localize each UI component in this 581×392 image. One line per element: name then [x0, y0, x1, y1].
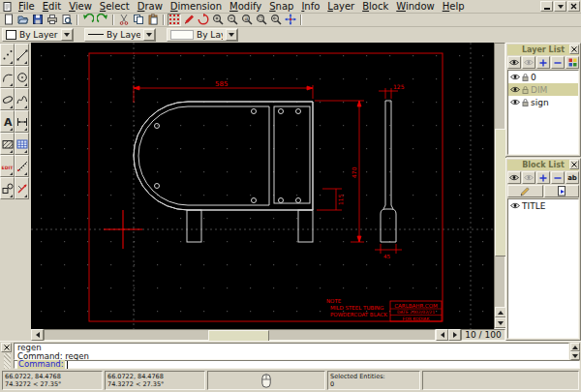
close-button[interactable]: [567, 1, 580, 12]
scroll-left-button[interactable]: [31, 329, 44, 341]
create-block-button[interactable]: [544, 185, 580, 197]
menu-draw[interactable]: Draw: [134, 1, 167, 13]
copy-button[interactable]: [132, 14, 145, 26]
show-all-blocks-button[interactable]: [507, 171, 521, 184]
layer-list-title: Layer List: [522, 45, 565, 54]
menu-block[interactable]: Block: [358, 1, 392, 13]
paste-button[interactable]: [146, 14, 160, 26]
ellipses-tool-button[interactable]: [0, 88, 15, 110]
layer-list-panel: Layer List 0: [505, 43, 581, 157]
save-button[interactable]: [31, 14, 45, 26]
cut-button[interactable]: [117, 14, 131, 26]
edit-block-button[interactable]: [507, 185, 543, 197]
remove-layer-button[interactable]: [551, 56, 565, 69]
menu-info[interactable]: Info: [297, 1, 323, 13]
scroll-right-button[interactable]: [448, 329, 461, 341]
layer-row-0[interactable]: 0: [508, 71, 578, 83]
linetype-combobox-arrow[interactable]: [143, 29, 155, 41]
lines-tool-button[interactable]: [15, 44, 29, 66]
block-list-close-button[interactable]: [569, 160, 579, 169]
linewidth-combobox-arrow[interactable]: [226, 29, 237, 41]
hide-all-layers-button[interactable]: [522, 56, 535, 69]
draw-button[interactable]: [182, 14, 196, 26]
window-controls: [540, 1, 581, 12]
print-preview-button[interactable]: [60, 14, 74, 26]
color-combobox-arrow[interactable]: [61, 29, 73, 41]
previous-view-button[interactable]: [269, 14, 283, 26]
block-row-title[interactable]: TITLE: [508, 199, 578, 212]
points-tool-button[interactable]: [0, 44, 15, 66]
selected-entities-value: 0: [330, 380, 417, 388]
eye-icon[interactable]: [510, 86, 520, 93]
layer-list-close-button[interactable]: [569, 45, 579, 54]
new-file-button[interactable]: [2, 14, 15, 26]
hide-all-blocks-button[interactable]: [522, 171, 535, 184]
add-layer-button[interactable]: [536, 56, 550, 69]
redo-button[interactable]: [96, 14, 109, 26]
layer-row-dim[interactable]: DIM: [508, 83, 578, 96]
rename-block-button[interactable]: ab: [566, 171, 579, 184]
redraw-button[interactable]: [197, 14, 210, 26]
linewidth-combobox[interactable]: By Layer: [167, 28, 238, 42]
show-all-layers-button[interactable]: [507, 56, 521, 69]
menu-layer[interactable]: Layer: [323, 1, 358, 13]
splines-tool-button[interactable]: [15, 88, 29, 110]
menu-select[interactable]: Select: [96, 1, 134, 13]
menu-window[interactable]: Window: [392, 1, 438, 13]
layer-row-sign[interactable]: sign: [508, 96, 578, 108]
scroll-left-button-2[interactable]: [436, 329, 448, 341]
minimize-button[interactable]: [540, 1, 553, 12]
history-scroll-up-button[interactable]: [570, 343, 580, 351]
menu-snap[interactable]: Snap: [265, 1, 297, 13]
arrow-right-icon: [453, 332, 457, 338]
menu-edit[interactable]: Edit: [39, 1, 65, 13]
circles-tool-button[interactable]: [15, 66, 29, 88]
grid-toggle-button[interactable]: [168, 14, 181, 26]
command-dock-close-button[interactable]: [1, 343, 12, 352]
dock-grip-handle[interactable]: [4, 353, 11, 369]
menu-view[interactable]: View: [65, 1, 96, 13]
eye-icon[interactable]: [510, 74, 520, 80]
dimensions-tool-button[interactable]: [15, 110, 29, 133]
eye-icon[interactable]: [510, 99, 520, 106]
vertical-scrollbar[interactable]: [494, 43, 505, 329]
lock-icon[interactable]: [522, 99, 529, 106]
menu-file[interactable]: File: [15, 1, 39, 13]
add-block-button[interactable]: [536, 171, 550, 184]
linetype-combobox[interactable]: By Layer: [84, 28, 156, 42]
command-input[interactable]: Command:: [14, 360, 580, 369]
drawing-canvas[interactable]: 585 125 115 470 45 NOTE MILD STEEL TUBIN…: [31, 43, 494, 329]
undo-button[interactable]: [81, 14, 95, 26]
menu-bar: File Edit View Select Draw Dimension Mod…: [0, 0, 581, 14]
lock-icon[interactable]: [522, 74, 529, 81]
color-combobox[interactable]: By Layer: [2, 28, 74, 42]
zoom-out-button[interactable]: [226, 14, 239, 26]
command-history-line-1: regen: [17, 344, 568, 352]
menu-dimension[interactable]: Dimension: [167, 1, 226, 13]
zoom-in-button[interactable]: [211, 14, 225, 26]
eye-icon[interactable]: [510, 202, 520, 209]
pan-button[interactable]: [284, 14, 297, 26]
auto-zoom-button[interactable]: a: [240, 14, 254, 26]
restore-button[interactable]: [554, 1, 566, 12]
open-file-button[interactable]: [16, 14, 30, 26]
image-tool-button[interactable]: [15, 133, 29, 155]
layer-attributes-button[interactable]: [566, 56, 579, 69]
lock-icon[interactable]: [522, 86, 529, 94]
edit-tool-button[interactable]: EDIT: [0, 155, 15, 177]
print-button[interactable]: [46, 14, 59, 26]
remove-block-button[interactable]: [551, 171, 565, 184]
horizontal-scrollbar-track[interactable]: [44, 329, 436, 341]
menu-modify[interactable]: Modify: [226, 1, 265, 13]
blocks-tool-button[interactable]: [0, 177, 15, 199]
arcs-tool-button[interactable]: [0, 66, 15, 88]
note-line-3: POWDERCOAT BLACK: [330, 312, 387, 317]
text-tool-button[interactable]: A: [0, 110, 15, 133]
hatch-tool-button[interactable]: [0, 133, 15, 155]
erase-tool-button[interactable]: [15, 177, 29, 199]
zoom-window-button[interactable]: [255, 14, 268, 26]
history-scroll-down-button[interactable]: [570, 351, 580, 360]
measure-tool-button[interactable]: [15, 155, 29, 177]
menu-help[interactable]: Help: [439, 1, 469, 13]
linewidth-combobox-value: By Layer: [197, 30, 223, 40]
